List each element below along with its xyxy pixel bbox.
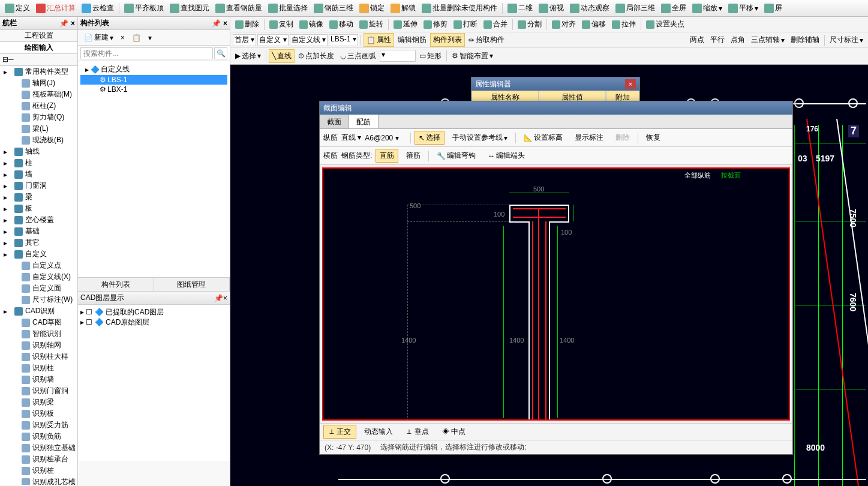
pin-icon[interactable]: 📌 xyxy=(214,294,223,302)
rebar-spec-combo[interactable]: A6@200 ▾ xyxy=(365,134,407,142)
nav-item[interactable]: 识别负筋 xyxy=(0,431,77,442)
tb-screen[interactable]: 屏 xyxy=(762,2,785,14)
nav-item[interactable]: 识别轴网 xyxy=(0,340,77,351)
nav-item[interactable]: ▸板 xyxy=(0,203,77,214)
edit-延伸[interactable]: 延伸 xyxy=(391,18,420,31)
tb-lock[interactable]: 锁定 xyxy=(357,2,387,14)
close-icon[interactable]: × xyxy=(71,19,75,28)
edit-删除[interactable]: 删除 xyxy=(233,18,262,31)
nav-item[interactable]: 自定义点 xyxy=(0,260,77,271)
tb-cloud[interactable]: 云检查 xyxy=(79,2,116,14)
edit-修剪[interactable]: 修剪 xyxy=(421,18,450,31)
edit-移动[interactable]: 移动 xyxy=(327,18,356,31)
dimension-button[interactable]: 尺寸标注 ▾ xyxy=(827,34,866,46)
tab-section[interactable]: 截面 xyxy=(320,115,349,128)
nav-item[interactable]: 识别成孔芯模 xyxy=(0,476,77,485)
nav-item[interactable]: 识别板 xyxy=(0,408,77,419)
nav-item[interactable]: 识别门窗洞 xyxy=(0,385,77,397)
parallel-button[interactable]: 平行 xyxy=(708,34,727,46)
edit-拉伸[interactable]: 拉伸 xyxy=(609,18,638,31)
tb-sum[interactable]: 汇总计算 xyxy=(34,2,78,14)
nav-item[interactable]: ▸门窗洞 xyxy=(0,180,77,191)
nav-item[interactable]: 识别柱大样 xyxy=(0,351,77,362)
show-dim-button[interactable]: 显示标注 xyxy=(570,131,608,145)
nav-item[interactable]: ▸柱 xyxy=(0,157,77,169)
nav-item[interactable]: ▸常用构件类型 xyxy=(0,66,77,77)
three-point-arc-button[interactable]: ◡ 三点画弧 xyxy=(338,50,379,62)
draw-input-tab[interactable]: 绘图输入 xyxy=(0,42,77,54)
three-point-aux-button[interactable]: 三点辅轴 ▾ xyxy=(749,34,787,46)
edit-rebar-button[interactable]: 编辑钢筋 xyxy=(395,34,429,46)
search-icon[interactable]: 🔍 xyxy=(214,47,227,59)
nav-item[interactable]: 识别桩 xyxy=(0,465,77,476)
dynamic-input-button[interactable]: 动态输入 xyxy=(359,425,398,439)
select-button[interactable]: ↖ 选择 xyxy=(415,131,444,145)
floor-combo[interactable]: 首层 ▾ xyxy=(233,34,256,46)
nav-item[interactable]: 轴网(J) xyxy=(0,77,77,89)
nav-item[interactable]: 梁(L) xyxy=(0,123,77,134)
cad-layer-extracted[interactable]: ▸ ☐ 🔷 已提取的CAD图层 xyxy=(80,307,227,317)
tb-batch-sel[interactable]: 批量选择 xyxy=(266,2,310,14)
tb-find[interactable]: 查找图元 xyxy=(167,2,212,14)
tb-top-view[interactable]: 俯视 xyxy=(536,2,566,14)
tb-local-3d[interactable]: 局部三维 xyxy=(613,2,657,14)
tb-unlock[interactable]: 解锁 xyxy=(388,2,418,14)
new-button[interactable]: 📄 新建 ▾ xyxy=(82,31,116,44)
delete-button[interactable]: 删除 xyxy=(611,131,634,145)
tb-fullscreen[interactable]: 全屏 xyxy=(659,2,689,14)
tb-orbit[interactable]: 动态观察 xyxy=(567,2,612,14)
property-button[interactable]: 📋 属性 xyxy=(364,33,394,47)
close-icon[interactable]: × xyxy=(625,79,636,89)
nav-item[interactable]: 筏板基础(M) xyxy=(0,89,77,100)
nav-item[interactable]: 智能识别 xyxy=(0,328,77,340)
line-type-combo[interactable]: 直线 ▾ xyxy=(341,133,361,143)
edit-打断[interactable]: 打断 xyxy=(451,18,480,31)
cad-layer-original[interactable]: ▸ ☐ 🔷 CAD原始图层 xyxy=(80,317,227,328)
tb-2d[interactable]: 二维 xyxy=(505,2,535,14)
nav-item[interactable]: 框柱(Z) xyxy=(0,100,77,112)
nav-item[interactable]: CAD草图 xyxy=(0,317,77,328)
tab-rebar[interactable]: 配筋 xyxy=(349,115,379,128)
edit-分割[interactable]: 分割 xyxy=(515,18,544,31)
pin-icon[interactable]: 📌 xyxy=(212,19,221,28)
nav-item[interactable]: 自定义线(X) xyxy=(0,271,77,283)
edit-设置夹点[interactable]: 设置夹点 xyxy=(644,18,687,31)
tb-rebar-qty[interactable]: 查看钢筋量 xyxy=(213,2,265,14)
delete-aux-button[interactable]: 删除辅轴 xyxy=(788,34,822,46)
edit-镜像[interactable]: 镜像 xyxy=(297,18,326,31)
ortho-button[interactable]: ⊥ 正交 xyxy=(323,425,356,439)
nav-item[interactable]: ▸轴线 xyxy=(0,146,77,157)
tb-align-top[interactable]: 平齐板顶 xyxy=(122,2,166,14)
edit-对齐[interactable]: 对齐 xyxy=(549,18,578,31)
smart-layout-button[interactable]: ⚙ 智能布置 ▾ xyxy=(449,50,495,62)
nav-item[interactable]: 剪力墙(Q) xyxy=(0,112,77,123)
nav-item[interactable]: 识别柱 xyxy=(0,362,77,374)
tb-zoom[interactable]: 缩放 ▾ xyxy=(690,2,725,14)
edit-偏移[interactable]: 偏移 xyxy=(579,18,608,31)
select-button[interactable]: ▶ 选择 ▾ xyxy=(233,50,263,62)
nav-item[interactable]: 识别梁 xyxy=(0,397,77,408)
tree-root[interactable]: ▸ 🔷 自定义线 xyxy=(80,64,227,75)
elevation-button[interactable]: 📐 设置标高 xyxy=(519,131,567,145)
edit-复制[interactable]: 复制 xyxy=(267,18,296,31)
close-icon[interactable]: × xyxy=(223,294,227,302)
midpoint-snap-button[interactable]: ◈ 中点 xyxy=(437,425,471,439)
rect-button[interactable]: ▭ 矩形 xyxy=(417,50,444,62)
section-canvas[interactable]: 全部纵筋 按截面 500 500 100 100 1400 1400 1400 xyxy=(322,167,790,421)
perpendicular-snap-button[interactable]: ⊥ 垂点 xyxy=(401,425,434,439)
tb-define[interactable]: 定义 xyxy=(2,2,32,14)
tab-drawing-mgmt[interactable]: 图纸管理 xyxy=(154,278,230,291)
pick-component-button[interactable]: ✏ 拾取构件 xyxy=(466,34,507,46)
type-combo[interactable]: 自定义线 ▾ xyxy=(290,34,328,46)
nav-item[interactable]: 现浇板(B) xyxy=(0,134,77,146)
nav-item[interactable]: ▸自定义 xyxy=(0,248,77,260)
search-input[interactable] xyxy=(80,47,213,59)
copy-icon[interactable]: 📋 xyxy=(130,32,143,43)
stirrup-button[interactable]: 箍筋 xyxy=(402,149,425,163)
property-titlebar[interactable]: 属性编辑器 × xyxy=(471,77,639,91)
ref-line-button[interactable]: 手动设置参考线 ▾ xyxy=(448,131,512,145)
component-list-button[interactable]: 构件列表 xyxy=(430,33,465,47)
tb-pan[interactable]: 平移 ▾ xyxy=(726,2,761,14)
dropdown-icon[interactable]: ▾ xyxy=(146,32,154,43)
line-button[interactable]: ╲ 直线 xyxy=(269,49,295,63)
